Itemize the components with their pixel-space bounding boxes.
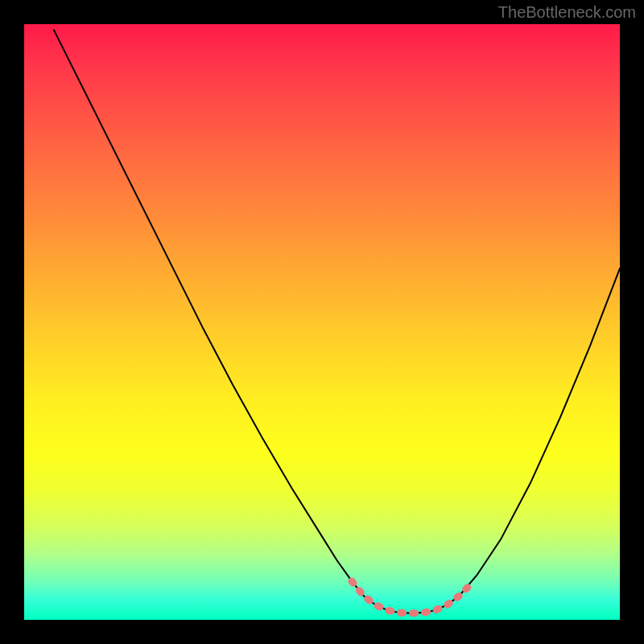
bottleneck-curve: [54, 30, 620, 613]
chart-plot-area: [24, 24, 620, 620]
chart-svg: [24, 24, 620, 620]
watermark-text: TheBottleneck.com: [498, 3, 636, 22]
optimal-range-highlight: [352, 581, 468, 613]
